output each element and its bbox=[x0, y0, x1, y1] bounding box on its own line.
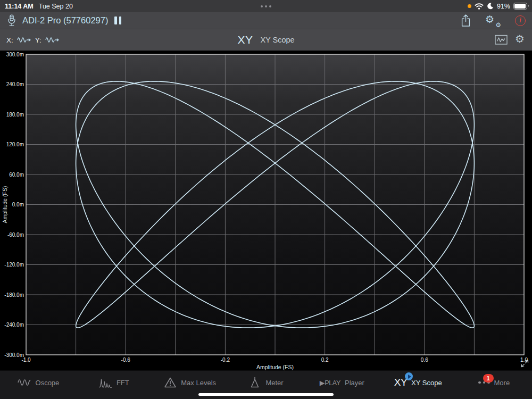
info-icon[interactable]: i bbox=[515, 15, 526, 26]
xy-scope-plot[interactable]: 300.0m240.0m180.0m120.0m60.0m0.0m-60.0m-… bbox=[0, 51, 532, 370]
wifi-icon bbox=[475, 3, 484, 10]
tab-more[interactable]: 1 More bbox=[456, 371, 532, 399]
clock-time: 11:14 AM bbox=[5, 3, 34, 10]
microphone-icon[interactable] bbox=[6, 14, 17, 27]
expand-fullscreen-icon[interactable] bbox=[521, 360, 529, 368]
clock-date: Tue Sep 20 bbox=[39, 3, 73, 10]
y-tick-label: 240.0m bbox=[6, 81, 24, 87]
scope-title: XY Scope bbox=[260, 36, 294, 44]
y-tick-label: -60.0m bbox=[7, 232, 24, 238]
scope-mode-short: XY bbox=[237, 34, 253, 46]
multitasking-dots-icon bbox=[0, 0, 532, 12]
xy-scope-app: 11:14 AM Tue Sep 20 91% bbox=[0, 0, 532, 399]
do-not-disturb-moon-icon bbox=[487, 3, 494, 10]
y-tick-label: -240.0m bbox=[4, 322, 24, 328]
share-icon[interactable] bbox=[460, 14, 471, 27]
x-tick-label: 0.6 bbox=[421, 357, 428, 363]
x-tick-label: -1.0 bbox=[21, 357, 31, 363]
plumb-meter-icon bbox=[248, 377, 261, 388]
y-tick-label: 120.0m bbox=[6, 142, 24, 147]
settings-gears-icon[interactable]: ⚙⚙ bbox=[485, 14, 501, 27]
y-signal-route-icon[interactable] bbox=[45, 36, 60, 44]
spectrum-icon bbox=[99, 377, 112, 388]
sine-wave-icon bbox=[17, 377, 31, 388]
status-bar: 11:14 AM Tue Sep 20 91% bbox=[0, 0, 532, 12]
xy-scope-chart[interactable]: 300.0m240.0m180.0m120.0m60.0m0.0m-60.0m-… bbox=[0, 51, 532, 370]
display-settings-gear-icon[interactable]: ⚙ bbox=[515, 34, 526, 46]
play-text-icon: ▶PLAY bbox=[320, 379, 340, 387]
y-axis-title: Amplitude (FS) bbox=[2, 186, 8, 223]
scope-header: X: Y: XY XY Scope ⚙ bbox=[0, 29, 532, 51]
ellipsis-icon: 1 bbox=[478, 381, 490, 384]
y-tick-label: 300.0m bbox=[6, 52, 24, 57]
x-tick-label: -0.2 bbox=[221, 357, 230, 363]
y-tick-label: 0.0m bbox=[12, 202, 24, 207]
y-tick-label: -180.0m bbox=[4, 292, 24, 298]
mic-in-use-indicator bbox=[468, 4, 471, 8]
tab-oscope[interactable]: Oscope bbox=[0, 371, 76, 399]
warning-triangle-icon bbox=[164, 377, 177, 388]
x-channel-label: X: bbox=[6, 36, 13, 44]
waveform-box-icon[interactable] bbox=[495, 35, 508, 45]
x-signal-route-icon[interactable] bbox=[17, 36, 31, 44]
home-indicator[interactable] bbox=[198, 393, 334, 396]
x-tick-label: -0.6 bbox=[121, 357, 131, 363]
device-title[interactable]: ADI-2 Pro (57760297) bbox=[22, 15, 108, 26]
y-tick-label: -120.0m bbox=[4, 262, 24, 268]
battery-percent: 91% bbox=[497, 3, 510, 10]
battery-icon bbox=[513, 3, 527, 10]
x-axis-title: Amplitude (FS) bbox=[256, 364, 294, 370]
y-channel-label: Y: bbox=[35, 36, 41, 44]
pause-button[interactable] bbox=[114, 16, 121, 24]
tab-xy-scope[interactable]: XY XY Scope bbox=[380, 371, 456, 399]
y-tick-label: 180.0m bbox=[6, 112, 24, 118]
x-tick-label: 0.2 bbox=[321, 357, 329, 363]
tab-fft[interactable]: FFT bbox=[76, 371, 152, 399]
notification-badge: 1 bbox=[483, 374, 494, 383]
y-tick-label: 60.0m bbox=[9, 172, 24, 178]
app-toolbar: ADI-2 Pro (57760297) ⚙⚙ i bbox=[0, 12, 532, 29]
